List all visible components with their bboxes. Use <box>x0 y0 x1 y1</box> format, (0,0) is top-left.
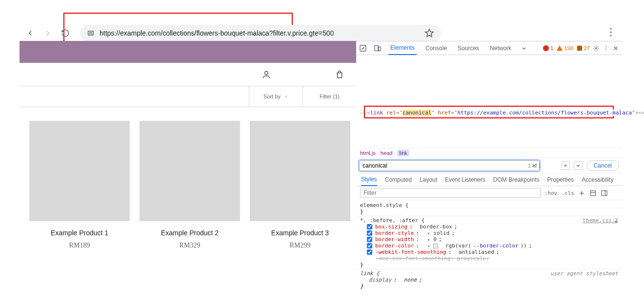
browser-toolbar: https://example.com/collections/flowers-… <box>0 23 644 43</box>
header-banner <box>20 41 356 63</box>
tab-elements[interactable]: Elements <box>388 41 417 55</box>
tab-accessibility[interactable]: Accessibility <box>582 176 613 183</box>
tab-sources[interactable]: Sources <box>456 41 481 55</box>
product-image <box>250 121 350 221</box>
product-grid: Example Product 1 RM189 Example Product … <box>20 107 356 249</box>
search-cancel-button[interactable]: Cancel <box>586 160 619 171</box>
inspect-icon[interactable] <box>359 44 367 52</box>
device-toggle-icon[interactable] <box>374 44 382 52</box>
browser-menu-button[interactable] <box>605 26 617 38</box>
new-style-rule-icon[interactable] <box>578 189 585 197</box>
prop-toggle[interactable] <box>367 224 372 229</box>
tab-styles[interactable]: Styles <box>361 176 377 186</box>
product-image <box>140 121 240 221</box>
settings-icon[interactable] <box>593 45 600 52</box>
product-card[interactable]: Example Product 3 RM299 <box>250 121 350 249</box>
crumb-html[interactable]: html.js <box>360 150 376 156</box>
product-price: RM189 <box>29 242 130 249</box>
cart-icon[interactable] <box>335 70 344 79</box>
color-swatch-icon[interactable] <box>433 244 438 248</box>
source-link[interactable]: theme.css:2 <box>583 217 618 224</box>
site-info-icon[interactable] <box>87 29 95 37</box>
svg-point-12 <box>605 50 606 51</box>
webpage-area: Sort by Filter (1) Example Product 1 RM1… <box>20 41 356 249</box>
prop-toggle[interactable] <box>367 243 372 248</box>
tab-layout[interactable]: Layout <box>420 176 437 183</box>
styles-filter-input[interactable] <box>360 188 541 198</box>
rule-element-style[interactable]: element.style { } <box>360 202 618 215</box>
product-price: RM299 <box>250 242 350 249</box>
tab-computed[interactable]: Computed <box>385 176 412 183</box>
svg-point-0 <box>610 28 611 29</box>
forward-button[interactable] <box>41 26 55 40</box>
dom-breadcrumb: html.js head link <box>356 148 622 158</box>
computed-toggle-icon[interactable] <box>589 189 597 197</box>
product-name: Example Product 2 <box>140 229 240 237</box>
devtools-menu-icon[interactable] <box>603 45 609 52</box>
svg-point-9 <box>595 47 597 49</box>
prop-toggle[interactable] <box>367 249 372 255</box>
rule-star[interactable]: theme.css:2 *, :before, :after { box-siz… <box>360 217 618 268</box>
hov-toggle[interactable]: :hov <box>544 190 558 196</box>
error-badge[interactable]: 1 <box>543 45 553 52</box>
address-bar[interactable]: https://example.com/collections/flowers-… <box>80 25 441 41</box>
dom-search-input[interactable] <box>359 160 540 171</box>
styles-filter-row: :hov .cls <box>356 186 622 200</box>
sort-by-button[interactable]: Sort by <box>249 86 302 107</box>
dom-node-link[interactable]: <link rel="canonical" href="https://exam… <box>367 110 616 116</box>
tab-dom-breakpoints[interactable]: DOM Breakpoints <box>493 176 540 183</box>
devtools-panel: Elements Console Sources Network 1 198 2… <box>356 41 622 284</box>
collection-toolbar: Sort by Filter (1) <box>20 86 356 107</box>
ua-label: user agent stylesheet <box>550 270 618 277</box>
clear-search-icon[interactable]: ✕ <box>532 162 537 169</box>
css-rules: element.style { } theme.css:2 *, :before… <box>356 200 622 292</box>
sidebar-toggle-icon[interactable] <box>601 189 608 197</box>
prop-toggle[interactable] <box>367 237 372 242</box>
svg-rect-14 <box>602 190 607 195</box>
svg-point-3 <box>265 71 268 75</box>
ellipsis-icon[interactable]: ⋯ <box>360 110 366 116</box>
warning-badge[interactable]: 198 <box>556 45 573 52</box>
product-card[interactable]: Example Product 2 RM329 <box>140 121 240 249</box>
svg-point-11 <box>605 48 606 49</box>
product-name: Example Product 3 <box>250 229 350 237</box>
cls-toggle[interactable]: .cls <box>562 190 575 196</box>
tab-network[interactable]: Network <box>488 41 513 55</box>
back-button[interactable] <box>23 26 37 40</box>
url-text: https://example.com/collections/flowers-… <box>100 29 424 37</box>
styles-tabs: Styles Computed Layout Event Listeners D… <box>356 173 622 186</box>
devtools-tabs: Elements Console Sources Network 1 198 2… <box>356 41 622 55</box>
account-icon[interactable] <box>262 70 271 79</box>
dom-search-row: ✕ 1 of 1 Cancel <box>356 158 622 173</box>
product-name: Example Product 1 <box>29 229 130 237</box>
search-next-button[interactable] <box>574 161 583 170</box>
prop-toggle[interactable] <box>367 230 372 236</box>
tab-console[interactable]: Console <box>423 41 449 55</box>
svg-rect-13 <box>591 190 596 195</box>
tab-properties[interactable]: Properties <box>547 176 574 183</box>
product-card[interactable]: Example Product 1 RM189 <box>29 121 130 249</box>
rule-link-ua[interactable]: user agent stylesheet link { display: no… <box>360 270 618 289</box>
svg-rect-8 <box>577 45 583 51</box>
close-devtools-icon[interactable] <box>612 45 619 52</box>
filter-button[interactable]: Filter (1) <box>302 86 356 107</box>
search-prev-button[interactable] <box>561 161 570 170</box>
svg-point-7 <box>543 45 549 51</box>
crumb-link[interactable]: link <box>397 150 409 156</box>
svg-point-10 <box>605 46 606 47</box>
product-image <box>29 121 130 221</box>
crumb-head[interactable]: head <box>381 150 392 156</box>
bookmark-icon[interactable] <box>424 28 434 38</box>
store-header <box>20 63 356 86</box>
reload-button[interactable] <box>59 26 72 40</box>
product-price: RM329 <box>140 242 240 249</box>
issues-badge[interactable]: 27 <box>576 45 590 52</box>
add-property-button[interactable]: + <box>614 217 618 225</box>
svg-point-1 <box>610 31 611 33</box>
tab-event-listeners[interactable]: Event Listeners <box>445 176 485 183</box>
svg-point-2 <box>610 35 611 36</box>
more-tabs-icon[interactable] <box>520 44 528 52</box>
dom-tree[interactable]: ⋯ <link rel="canonical" href="https://ex… <box>356 55 622 148</box>
